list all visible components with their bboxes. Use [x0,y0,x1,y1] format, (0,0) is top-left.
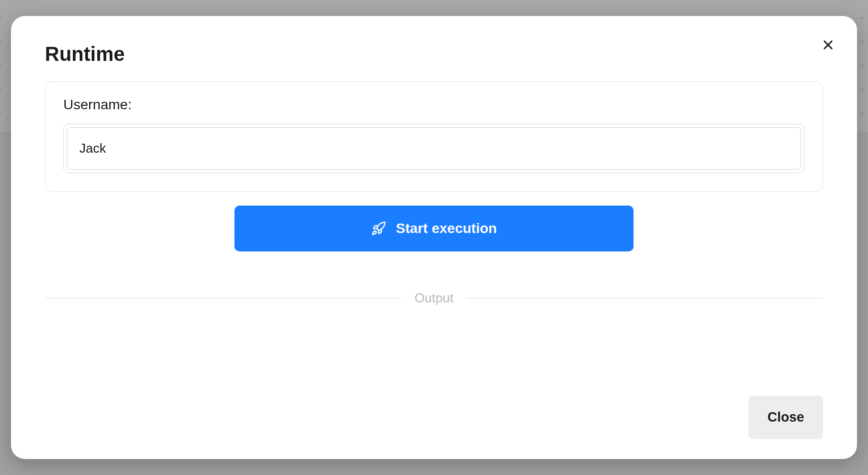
output-divider-label: Output [402,290,466,306]
divider-line-right [466,298,823,299]
modal-header: Runtime [35,40,833,65]
output-area [35,306,833,396]
username-label: Username: [63,97,805,113]
username-input-wrapper [63,124,805,173]
modal-footer: Close [35,396,823,439]
form-card: Username: [45,81,823,192]
close-button[interactable]: Close [748,396,823,439]
modal-title: Runtime [45,43,125,65]
runtime-modal: Runtime Username: Start execution Output [11,16,857,459]
rocket-icon [371,221,386,236]
output-divider: Output [45,290,823,306]
start-button-label: Start execution [396,221,497,237]
username-input[interactable] [67,127,801,170]
start-execution-button[interactable]: Start execution [234,206,634,251]
divider-line-left [45,298,402,299]
close-icon-button[interactable] [819,36,837,54]
close-icon [821,38,835,52]
